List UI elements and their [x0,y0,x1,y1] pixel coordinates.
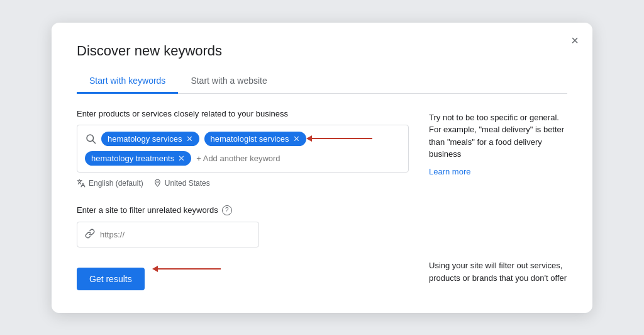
close-button[interactable]: × [571,34,579,47]
chip-hematology-treatments[interactable]: hematology treatments ✕ [85,151,191,166]
learn-more-link[interactable]: Learn more [429,166,470,178]
tab-bar: Start with keywords Start with a website [77,69,567,94]
tab-website[interactable]: Start with a website [178,69,279,94]
location-icon [153,179,162,187]
location-item: United States [153,179,210,188]
tip-text: Try not to be too specific or general. F… [429,111,567,161]
keyword-section-label: Enter products or services closely relat… [77,109,409,118]
help-icon[interactable]: ? [222,205,232,215]
chip-label: hematologist services [211,134,289,144]
location-label: United States [165,179,210,188]
add-keyword-input[interactable] [196,154,401,163]
chip-hematologist-services[interactable]: hematologist services ✕ [204,132,306,146]
left-panel: Enter products or services closely relat… [77,109,409,290]
chip-close-icon[interactable]: ✕ [293,135,300,143]
site-tip-text: Using your site will filter out services… [429,259,567,284]
keyword-input-box[interactable]: hematology services ✕ hematologist servi… [77,125,409,173]
get-results-arrow [152,266,221,272]
chip-close-icon[interactable]: ✕ [178,154,185,162]
bottom-row: Get results [77,247,409,290]
svg-line-1 [92,140,95,143]
modal-container: × Discover new keywords Start with keywo… [52,23,592,313]
site-input-box[interactable] [77,222,259,247]
language-item: English (default) [77,179,143,188]
get-results-button[interactable]: Get results [77,268,145,290]
chip-label: hematology services [108,134,182,144]
chip-label: hematology treatments [91,154,174,163]
chip-close-icon[interactable]: ✕ [186,135,193,143]
language-label: English (default) [89,179,143,188]
locale-info: English (default) United States [77,179,409,188]
search-icon [85,133,96,144]
modal-title: Discover new keywords [77,43,567,59]
chip-hematology-services[interactable]: hematology services ✕ [101,132,199,146]
svg-point-2 [157,181,158,183]
site-section-label: Enter a site to filter unrelated keyword… [77,205,409,215]
site-section: Enter a site to filter unrelated keyword… [77,205,409,247]
translate-icon [77,179,86,188]
tab-keywords[interactable]: Start with keywords [77,69,178,94]
site-input[interactable] [100,230,251,239]
main-content: Enter products or services closely relat… [77,109,567,290]
right-panel: Try not to be too specific or general. F… [429,109,567,290]
link-icon [85,229,95,241]
